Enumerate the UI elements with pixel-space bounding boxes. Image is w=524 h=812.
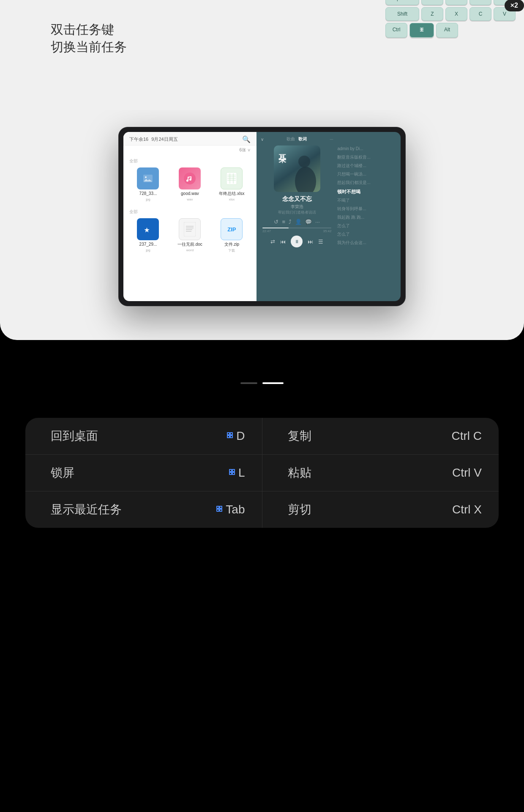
icon-playlist[interactable]: ☰ <box>318 239 323 245</box>
shortcut-paste: 粘贴 Ctrl V <box>262 455 499 491</box>
key-d: D <box>469 0 491 5</box>
icon-person[interactable]: 👤 <box>295 219 302 225</box>
mp-header: ∨ 歌曲 歌词 ··· <box>261 136 333 142</box>
shortcuts-card: 回到桌面 D 锁屏 <box>25 418 499 528</box>
file-item[interactable]: ZIP 文件.zip 下载 <box>213 218 251 253</box>
gap <box>0 340 524 365</box>
fm-files-grid-2: ★ 237_29... jpg 一往无前.doc <box>123 216 257 255</box>
key-cmd <box>409 23 434 38</box>
key-x: X <box>445 7 467 21</box>
svg-point-19 <box>295 167 316 192</box>
file-icon-zip: ZIP <box>221 218 243 240</box>
shortcuts-grid: 回到桌面 D 锁屏 <box>25 418 499 528</box>
svg-point-20 <box>298 156 310 167</box>
file-icon-whitedoc <box>179 218 201 240</box>
svg-point-2 <box>145 176 147 178</box>
file-item[interactable]: good.wav wav <box>171 167 209 201</box>
icon-chat[interactable]: 💬 <box>305 219 312 225</box>
file-item[interactable]: 728_33... jpg <box>129 167 167 201</box>
bottom-padding <box>0 528 524 562</box>
mp-progress: 22:47 35:42 <box>261 228 333 233</box>
key-c: C <box>469 7 491 21</box>
shortcuts-right-col: 复制 Ctrl C 粘贴 Ctrl V 剪切 Ctrl X <box>262 418 499 528</box>
shortcut-key-desktop: D <box>225 429 245 443</box>
music-player-panel: ∨ 歌曲 歌词 ··· 耳朵 <box>257 132 401 301</box>
fm-section-header: 全部 <box>123 155 257 165</box>
icon-more[interactable]: ··· <box>315 219 320 225</box>
shortcut-key-recent: Tab <box>215 503 245 516</box>
pagination <box>0 365 524 401</box>
shortcut-copy: 复制 Ctrl C <box>262 418 499 455</box>
file-icon-music <box>179 167 201 189</box>
top-section: 双击任务键 切换当前任务 Caps Lock A S D F Shift Z X… <box>0 0 524 110</box>
fm-datetime: 下午余16 9月24日周五 <box>129 136 178 143</box>
album-art: 耳朵 <box>274 145 320 192</box>
shortcut-lockscreen: 锁屏 L <box>25 455 262 491</box>
file-icon-doc <box>221 167 243 189</box>
x2-badge: ×2 <box>505 0 524 11</box>
file-item[interactable]: 年终总结.xlsx xlsx <box>213 167 251 201</box>
key-alt: Alt <box>436 23 458 38</box>
icon-shuffle[interactable]: ⇄ <box>270 239 275 245</box>
svg-point-3 <box>184 173 196 184</box>
icon-eq[interactable]: ≡ <box>282 219 285 225</box>
file-item[interactable]: 一往无前.doc word <box>171 218 209 253</box>
fm-topbar: 下午余16 9月24日周五 🔍 <box>123 132 257 145</box>
ipad-frame: 下午余16 9月24日周五 🔍 6张 ∨ 全部 <box>118 127 406 306</box>
mp-tabs: 歌曲 歌词 <box>287 136 307 142</box>
lyrics-panel: admin by Di... 翻亚音乐版权音... 路过这个城楼... 只想喝一… <box>336 132 400 301</box>
svg-rect-14 <box>184 222 196 236</box>
ipad-screen: 下午余16 9月24日周五 🔍 6张 ∨ 全部 <box>123 132 401 301</box>
svg-text:★: ★ <box>144 227 150 233</box>
playback-controls: ⇄ ⏮ ⏸ ⏭ ☰ <box>270 236 323 247</box>
icon-share[interactable]: ⤴ <box>289 219 292 225</box>
mp-action-icons: ↺ ≡ ⤴ 👤 💬 ··· <box>274 219 319 225</box>
tablet-wrapper: 下午余16 9月24日周五 🔍 6张 ∨ 全部 <box>25 127 499 306</box>
shortcuts-left-col: 回到桌面 D 锁屏 <box>25 418 262 528</box>
fm-search-icon[interactable]: 🔍 <box>242 135 251 143</box>
page: 双击任务键 切换当前任务 Caps Lock A S D F Shift Z X… <box>0 0 524 562</box>
mp-left: ∨ 歌曲 歌词 ··· 耳朵 <box>257 132 336 301</box>
fm-view-options: 6张 ∨ <box>123 145 257 155</box>
pagination-dot-2[interactable] <box>262 382 284 384</box>
key-shift: Shift <box>385 7 419 21</box>
key-capslock: Caps Lock <box>385 0 419 5</box>
text-line2: 切换当前任务 <box>51 38 524 56</box>
play-pause-button[interactable]: ⏸ <box>291 236 303 247</box>
gap2 <box>0 401 524 418</box>
shortcut-key-lock: L <box>227 466 245 480</box>
file-icon-img2: ★ <box>137 218 159 240</box>
file-icon-img <box>137 167 159 189</box>
key-s: S <box>445 0 467 5</box>
file-item[interactable]: ★ 237_29... jpg <box>129 218 167 253</box>
icon-loop[interactable]: ↺ <box>274 219 278 225</box>
pagination-dot-1[interactable] <box>240 382 257 384</box>
keyboard-visual: Caps Lock A S D F Shift Z X C V ×2 Ctrl <box>385 0 516 38</box>
fm-section-header-2: 全部 <box>123 206 257 216</box>
key-z: Z <box>421 7 443 21</box>
tablet-section: 下午余16 9月24日周五 🔍 6张 ∨ 全部 <box>0 110 524 340</box>
icon-next[interactable]: ⏭ <box>308 239 313 245</box>
key-a: A <box>421 0 443 5</box>
fm-files-grid: 728_33... jpg good.wav wav <box>123 165 257 204</box>
shortcut-desktop: 回到桌面 D <box>25 418 262 455</box>
file-manager-panel: 下午余16 9月24日周五 🔍 6张 ∨ 全部 <box>123 132 257 301</box>
key-ctrl: Ctrl <box>385 23 407 38</box>
shortcut-cut: 剪切 Ctrl X <box>262 491 499 528</box>
shortcut-recent: 显示最近任务 Tab <box>25 491 262 528</box>
icon-prev[interactable]: ⏮ <box>280 239 286 245</box>
